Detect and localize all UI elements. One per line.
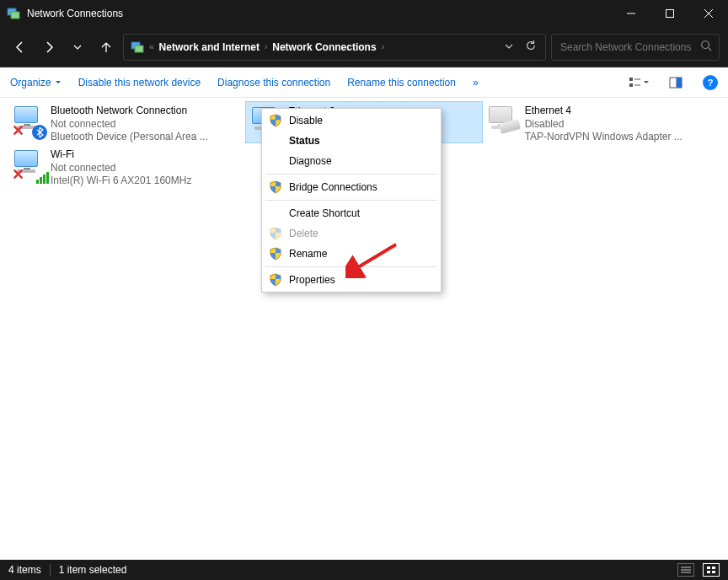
svg-rect-23 <box>707 571 710 573</box>
menu-separator <box>265 200 437 201</box>
svg-rect-21 <box>707 567 710 569</box>
menu-item-delete: Delete <box>264 223 439 244</box>
separator <box>50 564 51 576</box>
adapter-icon: ✕ <box>12 148 46 182</box>
error-x-icon: ✕ <box>12 169 25 182</box>
close-button[interactable] <box>689 0 728 27</box>
chevron-right-icon: › <box>382 42 384 51</box>
status-bar: 4 items 1 item selected <box>0 560 728 580</box>
breadcrumb-segment[interactable]: Network and Internet <box>158 41 261 53</box>
svg-point-8 <box>702 41 709 49</box>
connection-name: Ethernet 4 <box>525 105 682 118</box>
adapter-icon: ✕ <box>12 105 46 138</box>
svg-rect-3 <box>666 10 674 18</box>
icons-view-button[interactable] <box>703 563 720 577</box>
connection-name: Wi-Fi <box>51 148 191 162</box>
connection-item[interactable]: Ethernet 4 Disabled TAP-NordVPN Windows … <box>483 101 720 143</box>
menu-separator <box>265 266 437 267</box>
connection-item[interactable]: ✕ Bluetooth Network Connection Not conne… <box>8 101 245 143</box>
help-button[interactable]: ? <box>703 75 718 90</box>
details-view-button[interactable] <box>677 563 694 577</box>
menu-separator <box>265 174 437 175</box>
svg-rect-1 <box>11 12 19 19</box>
menu-item-diagnose[interactable]: Diagnose <box>264 151 439 171</box>
svg-rect-16 <box>677 78 682 88</box>
app-icon <box>7 7 20 20</box>
menu-item-rename[interactable]: Rename <box>264 244 439 264</box>
connection-device: TAP-NordVPN Windows Adapter ... <box>525 131 682 144</box>
shield-icon <box>269 114 282 127</box>
connection-name: Bluetooth Network Connection <box>51 105 208 118</box>
back-button[interactable] <box>8 35 32 59</box>
selection-count: 1 item selected <box>59 564 127 576</box>
adapter-icon <box>486 105 520 138</box>
titlebar: Network Connections <box>0 0 728 27</box>
content-area: ✕ Bluetooth Network Connection Not conne… <box>0 98 728 560</box>
organize-menu[interactable]: Organize <box>10 77 62 89</box>
window-title: Network Connections <box>27 8 123 19</box>
menu-item-status[interactable]: Status <box>264 131 439 151</box>
view-options-button[interactable] <box>629 72 649 93</box>
error-x-icon: ✕ <box>12 125 25 138</box>
connection-device: Bluetooth Device (Personal Area ... <box>51 131 208 144</box>
command-bar: Organize Disable this network device Dia… <box>0 67 728 98</box>
forward-button[interactable] <box>37 35 61 59</box>
more-commands[interactable]: » <box>473 77 479 89</box>
connection-status: Disabled <box>525 118 682 132</box>
wifi-bars-icon <box>36 172 49 184</box>
menu-item-properties[interactable]: Properties <box>264 270 439 290</box>
connection-status: Not connected <box>51 162 191 175</box>
menu-item-bridge[interactable]: Bridge Connections <box>264 177 439 197</box>
shield-icon <box>269 273 282 287</box>
svg-rect-7 <box>135 46 143 52</box>
shield-icon <box>269 227 282 240</box>
shield-icon <box>269 247 282 260</box>
preview-pane-button[interactable] <box>666 72 686 93</box>
svg-rect-22 <box>712 567 715 569</box>
search-box[interactable] <box>551 34 720 61</box>
minimize-button[interactable] <box>612 0 650 27</box>
connection-status: Not connected <box>51 118 208 132</box>
disable-device-button[interactable]: Disable this network device <box>78 77 201 89</box>
address-dropdown[interactable] <box>500 41 518 53</box>
diagnose-connection-button[interactable]: Diagnose this connection <box>217 77 330 89</box>
maximize-button[interactable] <box>650 0 689 27</box>
address-bar[interactable]: « Network and Internet › Network Connect… <box>123 34 546 61</box>
navigation-bar: « Network and Internet › Network Connect… <box>0 27 728 67</box>
menu-item-disable[interactable]: Disable <box>264 110 439 131</box>
item-count: 4 items <box>8 564 41 576</box>
address-icon <box>129 40 146 54</box>
svg-rect-24 <box>712 571 715 573</box>
shield-icon <box>269 180 282 194</box>
search-input[interactable] <box>559 40 693 54</box>
bluetooth-icon <box>32 125 47 140</box>
breadcrumb-segment[interactable]: Network Connections <box>270 41 377 53</box>
svg-rect-11 <box>629 83 633 87</box>
connection-item[interactable]: ✕ Wi-Fi Not connected Intel(R) Wi-Fi 6 A… <box>8 145 245 187</box>
svg-rect-10 <box>629 78 633 81</box>
rename-connection-button[interactable]: Rename this connection <box>347 77 456 89</box>
refresh-button[interactable] <box>522 40 540 54</box>
connection-device: Intel(R) Wi-Fi 6 AX201 160MHz <box>51 175 191 188</box>
chevron-right-icon: « <box>149 42 154 51</box>
context-menu: Disable Status Diagnose Bridge Connectio… <box>261 108 442 293</box>
search-icon[interactable] <box>700 40 712 54</box>
recent-dropdown[interactable] <box>66 35 89 59</box>
menu-item-create-shortcut[interactable]: Create Shortcut <box>264 203 439 223</box>
svg-line-9 <box>709 48 712 51</box>
chevron-right-icon: › <box>265 42 267 51</box>
up-button[interactable] <box>94 35 118 59</box>
